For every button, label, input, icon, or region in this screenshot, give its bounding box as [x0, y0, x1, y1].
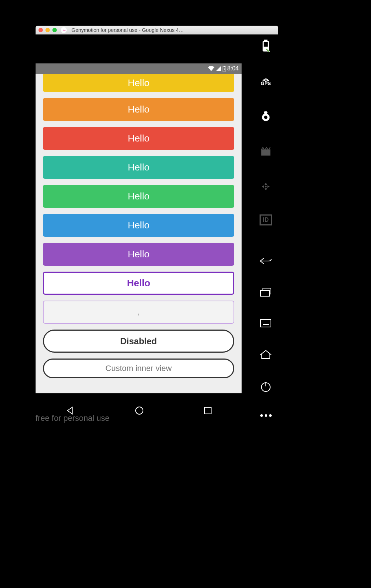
svg-rect-5 — [264, 40, 267, 41]
android-status-bar: 8:04 — [36, 63, 242, 74]
custom-inner-view-label: Custom inner view — [106, 364, 172, 373]
disabled-button: Disabled — [43, 330, 234, 353]
svg-rect-1 — [224, 66, 225, 67]
svg-point-12 — [265, 186, 267, 187]
svg-rect-11 — [261, 150, 270, 155]
battery-charging-icon — [223, 66, 226, 71]
close-icon[interactable] — [38, 28, 43, 32]
more-button[interactable] — [260, 414, 272, 417]
genymotion-device-controls — [253, 257, 279, 417]
gps-icon[interactable]: GPS — [258, 74, 273, 88]
hello-button-outline[interactable]: Hello — [43, 272, 234, 295]
battery-icon[interactable] — [258, 38, 273, 53]
capture-icon[interactable] — [258, 144, 273, 159]
home-button[interactable] — [135, 406, 144, 417]
device-power-button[interactable] — [260, 381, 271, 394]
device-home-button[interactable] — [260, 350, 272, 361]
window-title: Genymotion for personal use - Google Nex… — [71, 27, 275, 33]
svg-rect-13 — [261, 290, 269, 296]
device-menu-button[interactable] — [260, 319, 272, 329]
signal-icon — [216, 66, 221, 71]
svg-rect-3 — [205, 407, 211, 414]
svg-rect-14 — [261, 320, 271, 327]
id-label: ID — [263, 217, 269, 223]
hello-button-blue[interactable]: Hello — [43, 214, 234, 237]
window-titlebar: ∞ Genymotion for personal use - Google N… — [36, 26, 278, 34]
identifier-icon[interactable]: ID — [260, 214, 272, 225]
svg-point-9 — [264, 115, 268, 119]
svg-point-2 — [136, 407, 143, 414]
wifi-icon — [208, 66, 214, 71]
svg-rect-6 — [264, 42, 268, 47]
recents-button[interactable] — [204, 407, 212, 416]
genymotion-toolbar: GPS ID — [253, 38, 279, 225]
clock-text: 8:04 — [227, 65, 239, 72]
camera-icon[interactable] — [258, 109, 273, 124]
custom-inner-view-button[interactable]: Custom inner view — [43, 359, 234, 378]
free-for-personal-use-label: free for personal use — [36, 414, 110, 423]
remote-control-icon[interactable] — [258, 179, 273, 194]
genymotion-app-icon: ∞ — [61, 27, 67, 33]
svg-rect-10 — [264, 111, 267, 114]
hello-button-yellow[interactable]: Hello — [43, 74, 234, 92]
hello-button-teal[interactable]: Hello — [43, 156, 234, 179]
minimize-icon[interactable] — [45, 28, 50, 32]
empty-outline-button[interactable]: , — [43, 301, 234, 324]
zoom-icon[interactable] — [52, 28, 57, 32]
device-screen: 8:04 Hello Hello Hello Hello Hello Hello… — [36, 63, 242, 393]
hello-button-orange[interactable]: Hello — [43, 98, 234, 121]
hello-button-red[interactable]: Hello — [43, 127, 234, 150]
hello-button-green[interactable]: Hello — [43, 185, 234, 208]
hello-button-purple[interactable]: Hello — [43, 243, 234, 266]
device-back-button[interactable] — [260, 257, 272, 267]
device-recents-button[interactable] — [260, 287, 272, 298]
app-scroll-content[interactable]: Hello Hello Hello Hello Hello Hello Hell… — [36, 74, 242, 378]
gps-label: GPS — [261, 81, 271, 86]
